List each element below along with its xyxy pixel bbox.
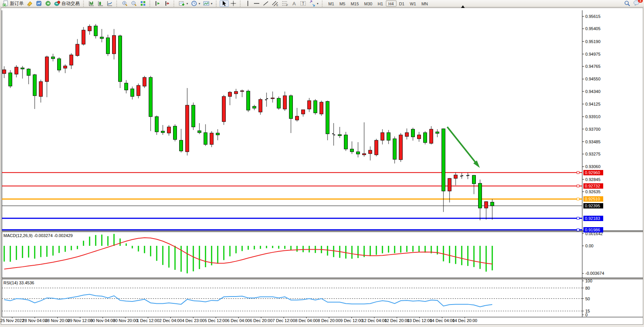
- text-label-tool-button[interactable]: T: [299, 0, 308, 7]
- candle-body: [411, 129, 415, 137]
- dropdown-caret-icon: ▾: [186, 2, 188, 5]
- timeframe-button-w1[interactable]: W1: [407, 0, 419, 6]
- timeframe-button-d1[interactable]: D1: [397, 0, 407, 6]
- time-axis-label: 30 Nov 20:00: [113, 318, 138, 323]
- candle-body: [3, 70, 6, 74]
- time-axis-label: 28 Nov 20:00: [45, 318, 70, 323]
- candle-body: [33, 75, 37, 96]
- candle-body: [192, 105, 195, 127]
- trendline-tool-button[interactable]: [261, 0, 270, 7]
- candle-body: [112, 35, 116, 54]
- candle-body: [283, 96, 287, 109]
- bar-chart-mode-button[interactable]: [87, 0, 96, 7]
- template-icon: [203, 0, 209, 6]
- candle-body: [76, 44, 79, 56]
- timeframe-button-m15[interactable]: M15: [348, 0, 361, 6]
- line-handle[interactable]: [577, 198, 579, 200]
- period-clock-button[interactable]: ▾: [190, 0, 202, 7]
- candle-body: [326, 101, 329, 134]
- time-axis-label: 12 Dec 04:00: [362, 318, 387, 323]
- fibonacci-tool-button[interactable]: F: [280, 0, 290, 7]
- candle-body: [369, 150, 372, 154]
- candle-body: [149, 77, 153, 117]
- price-axis-label: 0.92845: [585, 178, 601, 182]
- signals-button[interactable]: [43, 0, 53, 7]
- timeframe-button-m1[interactable]: M1: [326, 0, 337, 6]
- candle-body: [21, 68, 24, 69]
- charts-button[interactable]: [34, 0, 43, 7]
- arrows-tool-button[interactable]: ▾: [308, 0, 320, 7]
- vertical-line-tool-button[interactable]: [244, 0, 252, 7]
- time-axis-label: 14 Dec 20:00: [452, 318, 477, 323]
- eraser-button[interactable]: [25, 0, 34, 7]
- main-plot-bg[interactable]: [2, 10, 582, 231]
- timeframe-button-mn[interactable]: MN: [419, 0, 430, 6]
- candle-body: [448, 178, 451, 191]
- candle-body: [314, 101, 317, 113]
- candle-body: [9, 73, 12, 86]
- cursor-tool-button[interactable]: [220, 0, 229, 7]
- chart-shift-marker[interactable]: [461, 5, 465, 8]
- time-axis-label: 25 Nov 2022: [0, 318, 24, 323]
- line-handle[interactable]: [577, 229, 579, 231]
- toolbar-separator: [116, 1, 118, 6]
- text-tool-button[interactable]: A: [290, 0, 299, 7]
- line-handle[interactable]: [577, 217, 579, 220]
- zoom-out-button[interactable]: [129, 0, 138, 7]
- candle-body: [338, 135, 342, 136]
- auto-scroll-button[interactable]: [153, 0, 162, 7]
- candle-chart-mode-button[interactable]: [96, 0, 105, 7]
- timeframe-button-m5[interactable]: M5: [337, 0, 348, 6]
- chart-canvas[interactable]: [1, 8, 644, 325]
- zoom-in-button[interactable]: [120, 0, 129, 7]
- price-axis-label: 0.94765: [585, 64, 601, 69]
- candle-body: [472, 175, 476, 184]
- search-icon[interactable]: [624, 0, 630, 6]
- channel-tool-button[interactable]: E: [270, 0, 280, 7]
- toolbar-separator: [83, 1, 85, 6]
- candle-body: [247, 91, 250, 110]
- time-axis-label: 8 Dec 20:00: [318, 318, 340, 323]
- auto-trading-button[interactable]: 自动交易: [53, 0, 81, 7]
- notifications-button[interactable]: 1: [633, 0, 640, 7]
- crosshair-icon: [230, 0, 236, 6]
- candle-body: [119, 36, 122, 82]
- price-axis-label: 0.94125: [585, 102, 601, 106]
- notification-badge: 1: [638, 0, 643, 3]
- candle-body: [167, 127, 171, 133]
- price-axis-label: 0.93060: [585, 165, 601, 169]
- time-axis-label: 4 Dec 23:00: [182, 318, 204, 323]
- rsi-axis-label: 100: [585, 279, 592, 283]
- tile-windows-button[interactable]: [138, 0, 148, 7]
- timeframe-button-h1[interactable]: H1: [375, 0, 385, 6]
- price-axis-label: 0.94340: [585, 90, 601, 94]
- line-handle[interactable]: [577, 172, 579, 174]
- chart-shift-button[interactable]: [162, 0, 172, 7]
- price-line-tag: 0.92395: [583, 203, 603, 208]
- new-order-button[interactable]: 新订单: [1, 0, 25, 7]
- candle-body: [228, 92, 232, 96]
- timeframe-button-h4[interactable]: H4: [386, 0, 397, 6]
- candle-body: [357, 152, 360, 154]
- line-handle[interactable]: [577, 185, 579, 187]
- rsi-axis-label: 0: [585, 313, 588, 317]
- fibonacci-icon: F: [282, 0, 289, 6]
- candle-body: [45, 57, 49, 82]
- time-axis-label: 1 Dec 12:00: [137, 318, 159, 323]
- crosshair-tool-button[interactable]: [229, 0, 238, 7]
- price-axis-label: 0.93485: [585, 140, 601, 144]
- candle-body: [271, 98, 275, 99]
- template-button[interactable]: ▾: [202, 0, 214, 7]
- time-axis-label: 6 Dec 20:00: [250, 318, 272, 323]
- timeframe-button-m30[interactable]: M30: [361, 0, 375, 6]
- time-axis-label: 2 Dec 04:00: [159, 318, 182, 323]
- cursor-icon: [221, 0, 227, 6]
- channel-icon: E: [272, 0, 279, 6]
- time-axis-label: 29 Nov 12:00: [67, 318, 92, 323]
- candle-body: [375, 140, 378, 155]
- candle-body: [15, 67, 18, 74]
- chart-window[interactable]: ▼ USDCHF-,H4 0.92457 0.92508 0.92158 0.9…: [1, 8, 643, 325]
- line-chart-mode-button[interactable]: [105, 0, 114, 7]
- horizontal-line-tool-button[interactable]: [252, 0, 261, 7]
- indicators-button[interactable]: ▾: [177, 0, 190, 7]
